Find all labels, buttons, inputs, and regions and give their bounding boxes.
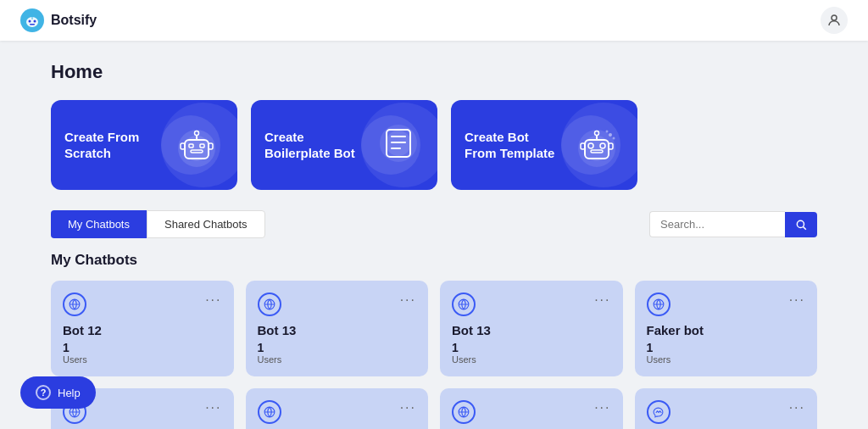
bot-card-header-1: ··· [258,292,417,316]
bot-globe-icon-5 [258,400,281,424]
bot-users-label-2: Users [452,354,611,365]
help-icon: ? [36,385,51,400]
create-from-template-card[interactable]: Create Bot From Template [451,100,637,190]
create-boilerplate-label: Create Boilerplate Bot [264,129,358,162]
bot-count-2: 1 [452,341,611,354]
svg-point-6 [31,14,33,16]
bot-globe-icon-0 [63,292,86,316]
svg-line-38 [804,226,806,229]
bot-name-0: Bot 12 [63,323,222,337]
bot-users-label-0: Users [63,354,222,365]
bot-card-header-3: ··· [647,292,806,316]
bot-menu-0[interactable]: ··· [205,292,221,308]
create-from-scratch-card[interactable]: Create From Scratch [51,100,237,190]
bot-menu-3[interactable]: ··· [789,292,805,308]
bot-users-label-3: Users [647,354,806,365]
bot-messenger-icon-7 [647,400,670,424]
bot-users-label-1: Users [258,354,417,365]
svg-point-37 [797,220,804,227]
bot-count-1: 1 [258,341,417,354]
create-boilerplate-card[interactable]: Create Boilerplate Bot [251,100,437,190]
svg-point-33 [613,137,615,140]
robot2-icon [570,116,624,174]
bot-name-1: Bot 13 [258,323,417,337]
bot-menu-4[interactable]: ··· [205,400,221,415]
tabs: My Chatbots Shared Chatbots [51,210,265,238]
bot-card-3[interactable]: ··· Faker bot 1 Users [635,281,818,376]
shared-chatbots-tab[interactable]: Shared Chatbots [147,210,265,238]
bot-menu-6[interactable]: ··· [594,400,610,415]
bots-grid: ··· Bot 12 1 Users ··· Bot 13 1 Users [51,281,817,429]
bot-card-header-2: ··· [452,292,611,316]
bot-card-2[interactable]: ··· Bot 13 1 Users [440,281,623,376]
bot-globe-icon-1 [258,292,281,316]
bot-globe-icon-2 [452,292,476,316]
help-button[interactable]: ? Help [20,376,96,409]
bot-menu-2[interactable]: ··· [594,292,610,308]
search-area [649,211,817,237]
tabs-search-row: My Chatbots Shared Chatbots [51,210,817,238]
create-cards-row: Create From Scratch [51,100,817,190]
help-label: Help [58,387,81,399]
bot-card-header-0: ··· [63,292,222,316]
bot-count-3: 1 [647,341,806,354]
bot-menu-5[interactable]: ··· [400,400,416,415]
svg-point-34 [606,131,609,133]
botsify-logo-icon [20,8,44,32]
bot-menu-7[interactable]: ··· [789,400,805,415]
svg-point-7 [832,15,837,20]
robot-icon [170,116,224,174]
logo: Botsify [20,8,97,32]
bot-card-0[interactable]: ··· Bot 12 1 Users [51,281,234,376]
svg-rect-4 [30,24,35,25]
page-title: Home [51,61,817,83]
bot-card-header-5: ··· [258,400,417,424]
bot-card-7[interactable]: ··· [635,388,818,429]
my-chatbots-tab[interactable]: My Chatbots [51,210,147,238]
search-input[interactable] [649,211,785,237]
bot-card-5[interactable]: ··· [246,388,429,429]
bot-card-1[interactable]: ··· Bot 13 1 Users [246,281,429,376]
bot-card-header-6: ··· [452,400,611,424]
svg-point-32 [609,133,612,136]
bot-globe-icon-6 [452,400,476,424]
user-profile-button[interactable] [821,7,848,34]
create-from-scratch-label: Create From Scratch [64,129,158,162]
chatbots-section-title: My Chatbots [51,252,817,269]
svg-point-2 [29,20,31,23]
list-icon [373,118,424,172]
logo-text: Botsify [51,13,97,28]
bot-globe-icon-3 [647,292,670,316]
svg-point-3 [34,20,36,23]
bot-name-2: Bot 13 [452,323,611,337]
bot-count-0: 1 [63,341,222,354]
bot-card-6[interactable]: ··· [440,388,623,429]
search-button[interactable] [785,212,817,237]
bot-menu-1[interactable]: ··· [400,292,416,308]
header: Botsify [0,0,868,41]
bot-card-header-7: ··· [647,400,806,424]
create-from-template-label: Create Bot From Template [465,129,558,162]
bot-name-3: Faker bot [647,323,806,337]
main-content: Home Create From Scratch [0,41,868,429]
